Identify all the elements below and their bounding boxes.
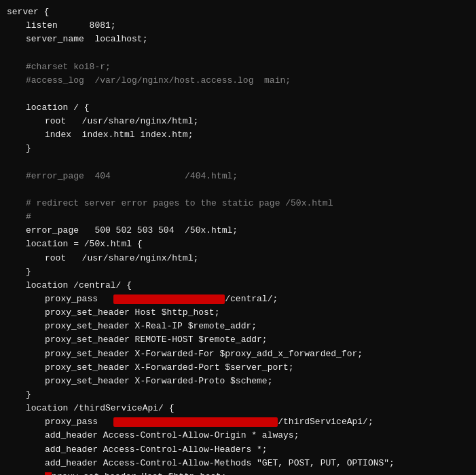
line-10: index index.html index.htm; [7, 128, 469, 142]
line-19: root /usr/share/nginx/html; [7, 252, 469, 265]
line-21: location /central/ { [7, 279, 469, 292]
line-22: proxy_pass /central/; [7, 292, 469, 306]
line-12 [7, 156, 469, 170]
line-16: # [7, 210, 469, 224]
line-26: proxy_set_header X-Forwarded-For $proxy_… [7, 347, 469, 361]
line-13: #error_page 404 /404.html; [7, 170, 469, 183]
line-30: location /thirdServiceApi/ { [7, 402, 469, 415]
line-27: proxy_set_header X-Forwarded-Port $serve… [7, 361, 469, 375]
line-6: #access_log /var/log/nginx/host.access.l… [7, 74, 469, 88]
line-5: #charset koi8-r; [7, 60, 469, 74]
line-18: location = /50x.html { [7, 238, 469, 251]
line-15: # redirect server error pages to the sta… [7, 197, 469, 210]
line-28: proxy_set_header X-Forwarded-Proto $sche… [7, 375, 469, 388]
line-2: listen 8081; [7, 19, 469, 33]
line-23: proxy_set_header Host $http_host; [7, 306, 469, 320]
line-35: proxy_set_header Host $http_host; [7, 470, 469, 475]
line-33: add_header Access-Control-Allow-Headers … [7, 443, 469, 457]
line-20: } [7, 265, 469, 279]
line-3: server_name localhost; [7, 33, 469, 46]
line-4 [7, 46, 469, 60]
line-24: proxy_set_header X-Real-IP $remote_addr; [7, 320, 469, 333]
line-29: } [7, 388, 469, 402]
line-11: } [7, 142, 469, 155]
redacted-url-2 [113, 417, 278, 427]
redacted-url-1 [113, 294, 225, 304]
line-8: location / { [7, 101, 469, 115]
line-17: error_page 500 502 503 504 /50x.html; [7, 224, 469, 238]
line-32: add_header Access-Control-Allow-Origin *… [7, 429, 469, 442]
code-viewer: server { listen 8081; server_name localh… [0, 0, 476, 475]
line-34: add_header Access-Control-Allow-Methods … [7, 457, 469, 470]
line-31: proxy_pass /thirdServiceApi/; [7, 415, 469, 429]
line-1: server { [7, 5, 469, 19]
line-14 [7, 183, 469, 197]
line-25: proxy_set_header REMOTE-HOST $remote_add… [7, 333, 469, 347]
line-9: root /usr/share/nginx/html; [7, 115, 469, 128]
line-7 [7, 88, 469, 101]
